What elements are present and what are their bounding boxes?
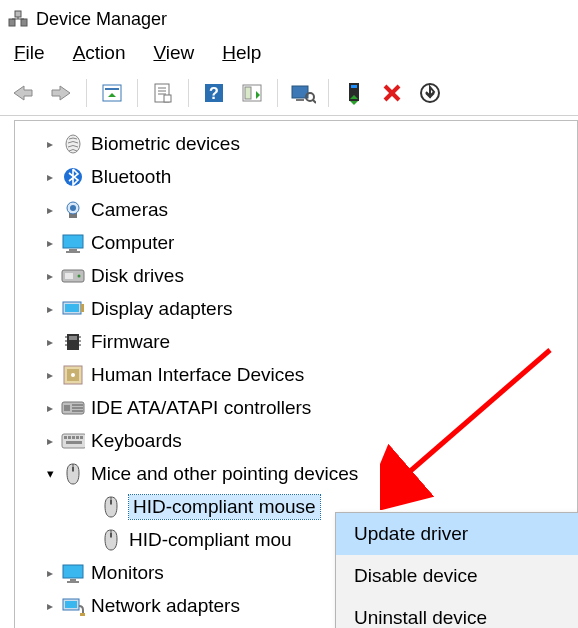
chevron-right-icon[interactable] bbox=[41, 269, 59, 283]
svg-rect-65 bbox=[76, 436, 79, 439]
chevron-right-icon[interactable] bbox=[41, 368, 59, 382]
properties-button[interactable] bbox=[146, 76, 180, 110]
svg-text:?: ? bbox=[209, 85, 219, 102]
scan-hardware-button[interactable] bbox=[286, 76, 320, 110]
computer-icon bbox=[61, 231, 85, 255]
chevron-right-icon[interactable] bbox=[41, 236, 59, 250]
tree-node-label: Disk drives bbox=[91, 265, 184, 287]
toolbar-divider bbox=[137, 79, 138, 107]
svg-point-35 bbox=[70, 205, 76, 211]
toolbar: ? bbox=[0, 72, 578, 116]
tree-node-label: Computer bbox=[91, 232, 174, 254]
update-driver-button[interactable] bbox=[337, 76, 371, 110]
svg-rect-57 bbox=[64, 405, 70, 411]
window-title: Device Manager bbox=[36, 9, 167, 30]
tree-node-label: IDE ATA/ATAPI controllers bbox=[91, 397, 311, 419]
menu-help[interactable]: Help bbox=[222, 42, 261, 64]
svg-rect-6 bbox=[105, 88, 119, 90]
tree-node[interactable]: IDE ATA/ATAPI controllers bbox=[15, 391, 577, 424]
forward-button[interactable] bbox=[44, 76, 78, 110]
enable-button[interactable] bbox=[413, 76, 447, 110]
monitor-icon bbox=[61, 561, 85, 585]
tree-node[interactable]: Biometric devices bbox=[15, 127, 577, 160]
action-panel-button[interactable] bbox=[235, 76, 269, 110]
chevron-right-icon[interactable] bbox=[41, 302, 59, 316]
tree-node[interactable]: Bluetooth bbox=[15, 160, 577, 193]
svg-rect-63 bbox=[68, 436, 71, 439]
svg-rect-66 bbox=[80, 436, 83, 439]
svg-rect-1 bbox=[21, 19, 27, 26]
chevron-right-icon[interactable] bbox=[41, 170, 59, 184]
tree-node[interactable]: Display adapters bbox=[15, 292, 577, 325]
context-uninstall-device[interactable]: Uninstall device bbox=[336, 597, 578, 628]
svg-rect-44 bbox=[81, 304, 84, 312]
svg-line-21 bbox=[313, 100, 316, 103]
display-adapter-icon bbox=[61, 297, 85, 321]
svg-rect-41 bbox=[65, 273, 73, 279]
camera-icon bbox=[61, 198, 85, 222]
tree-node-label: Monitors bbox=[91, 562, 164, 584]
svg-rect-37 bbox=[69, 249, 77, 251]
tree-node-label: HID-compliant mouse bbox=[129, 495, 320, 519]
svg-rect-38 bbox=[66, 251, 80, 253]
svg-rect-71 bbox=[110, 500, 112, 504]
show-hidden-button[interactable] bbox=[95, 76, 129, 110]
chevron-right-icon[interactable] bbox=[41, 566, 59, 580]
svg-marker-24 bbox=[350, 101, 358, 105]
tree-node-label: Cameras bbox=[91, 199, 168, 221]
svg-rect-12 bbox=[164, 95, 171, 102]
tree-node-label: Bluetooth bbox=[91, 166, 171, 188]
toolbar-divider bbox=[328, 79, 329, 107]
svg-rect-62 bbox=[64, 436, 67, 439]
tree-node-label: Firmware bbox=[91, 331, 170, 353]
svg-point-40 bbox=[78, 274, 81, 277]
titlebar: Device Manager bbox=[0, 0, 578, 36]
chevron-right-icon[interactable] bbox=[41, 401, 59, 415]
uninstall-button[interactable] bbox=[375, 76, 409, 110]
hid-icon bbox=[61, 363, 85, 387]
help-button[interactable]: ? bbox=[197, 76, 231, 110]
svg-rect-69 bbox=[72, 467, 74, 471]
svg-rect-36 bbox=[63, 235, 83, 248]
bluetooth-icon bbox=[61, 165, 85, 189]
svg-rect-78 bbox=[65, 601, 77, 608]
menu-action[interactable]: Action bbox=[73, 42, 126, 64]
tree-node-label: Display adapters bbox=[91, 298, 233, 320]
chevron-right-icon[interactable] bbox=[41, 434, 59, 448]
tree-node-label: Human Interface Devices bbox=[91, 364, 304, 386]
svg-rect-46 bbox=[69, 336, 77, 340]
network-icon bbox=[61, 594, 85, 618]
svg-rect-43 bbox=[65, 304, 79, 312]
keyboard-icon bbox=[61, 429, 85, 453]
menu-view[interactable]: View bbox=[153, 42, 194, 64]
chevron-down-icon[interactable] bbox=[41, 466, 59, 481]
tree-node[interactable]: Cameras bbox=[15, 193, 577, 226]
chevron-right-icon[interactable] bbox=[41, 203, 59, 217]
tree-node[interactable]: Disk drives bbox=[15, 259, 577, 292]
svg-rect-16 bbox=[245, 87, 251, 99]
chevron-right-icon[interactable] bbox=[41, 599, 59, 613]
context-menu: Update driver Disable device Uninstall d… bbox=[335, 512, 578, 628]
svg-rect-75 bbox=[70, 579, 76, 581]
tree-node[interactable]: Keyboards bbox=[15, 424, 577, 457]
tree-node[interactable]: Mice and other pointing devices bbox=[15, 457, 577, 490]
menu-file[interactable]: File bbox=[14, 42, 45, 64]
context-disable-device[interactable]: Disable device bbox=[336, 555, 578, 597]
menubar: File Action View Help bbox=[0, 36, 578, 72]
tree-node[interactable]: Human Interface Devices bbox=[15, 358, 577, 391]
svg-rect-23 bbox=[351, 85, 357, 88]
mouse-icon bbox=[61, 462, 85, 486]
mouse-icon bbox=[99, 528, 123, 552]
tree-node-label: HID-compliant mou bbox=[129, 529, 292, 551]
svg-rect-76 bbox=[67, 581, 79, 583]
tree-node[interactable]: Computer bbox=[15, 226, 577, 259]
tree-node-label: Mice and other pointing devices bbox=[91, 463, 358, 485]
back-button[interactable] bbox=[6, 76, 40, 110]
chevron-right-icon[interactable] bbox=[41, 335, 59, 349]
chevron-right-icon[interactable] bbox=[41, 137, 59, 151]
tree-node[interactable]: Firmware bbox=[15, 325, 577, 358]
svg-rect-67 bbox=[66, 441, 82, 444]
tree-node-label: Keyboards bbox=[91, 430, 182, 452]
context-update-driver[interactable]: Update driver bbox=[336, 513, 578, 555]
svg-rect-19 bbox=[296, 99, 304, 101]
